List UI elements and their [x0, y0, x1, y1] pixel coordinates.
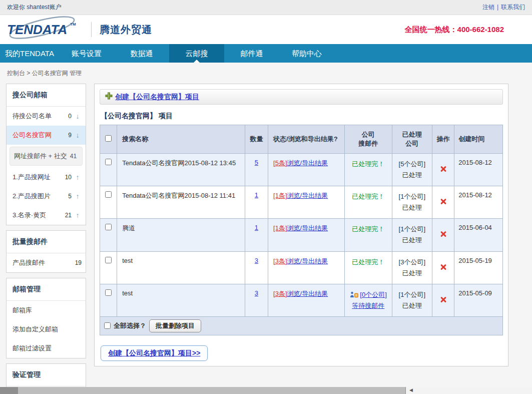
svg-text:TM: TM — [70, 22, 76, 27]
logout-link[interactable]: 注销 — [482, 4, 494, 11]
quantity-link[interactable]: 5 — [255, 159, 258, 166]
select-all-checkbox[interactable] — [104, 322, 111, 329]
section-title: 【公司名搜官网】 项目 — [101, 112, 502, 121]
row-checkbox[interactable] — [105, 257, 112, 263]
create-project-button[interactable]: 创建【公司名搜官网】项目>> — [101, 345, 208, 361]
sidebar-section-batch-mail-search: 批量搜邮件 产品搜邮件 19 — [6, 230, 86, 273]
plus-icon — [105, 92, 113, 102]
tab-data-link[interactable]: 数据通 — [114, 44, 169, 63]
delete-icon[interactable] — [440, 263, 447, 270]
col-header-processed-company: 已处理 公司 — [392, 125, 432, 154]
sidebar-item-product-image-search[interactable]: 2.产品搜图片 5 ↑ — [7, 187, 86, 206]
row-checkbox[interactable] — [105, 191, 112, 198]
sidebar-item-product-mail-search[interactable]: 产品搜邮件 19 — [7, 253, 86, 272]
created-date: 2015-05-09 — [454, 284, 503, 316]
sidebar-item-add-custom-mailbox[interactable]: 添加自定义邮箱 — [7, 320, 86, 339]
sidebar-item-company-name-search[interactable]: 公司名搜官网 9 ↓ — [7, 126, 86, 145]
table-row: test 3 [3条]浏览/导出结果 — [100, 284, 503, 316]
col-header-operation: 操作 — [432, 125, 454, 154]
col-header-company-mail: 公司 搜邮件 — [345, 125, 392, 154]
scrollbar-thumb[interactable] — [0, 387, 405, 394]
tab-my-tendata[interactable]: 我的TENDATA — [0, 44, 59, 63]
hotline-text: 全国统一热线：400-662-1082 — [405, 25, 504, 35]
create-project-bar: 创建【公司名搜官网】项目 — [100, 89, 503, 105]
result-count-link[interactable]: [1条] — [273, 224, 287, 232]
mail-status-done: 已处理完！ — [352, 160, 384, 168]
brand-name: 腾道外贸通 — [100, 23, 152, 37]
created-date: 2015-08-12 — [454, 186, 503, 219]
created-date: 2015-08-12 — [454, 154, 503, 186]
table-row: test 3 [3条]浏览/导出结果 已处理完！ [3个公司] 已处理 2015… — [100, 251, 503, 284]
col-header-status: 状态/浏览和导出结果? — [268, 125, 345, 154]
sidebar-item-url-search-social[interactable]: 网址搜邮件 + 社交 41 — [10, 147, 83, 166]
top-utility-bar: 欢迎你 shantest账户 注销|联系我们 — [0, 0, 532, 15]
result-count-link[interactable]: [3条] — [273, 290, 287, 297]
created-date: 2015-06-04 — [454, 219, 503, 251]
mail-status-done: 已处理完！ — [352, 225, 384, 233]
sidebar-item-mailbox-library[interactable]: 邮箱库 — [7, 301, 86, 320]
breadcrumb: 控制台 > 公司名搜官网 管理 — [0, 63, 532, 83]
arrow-down-icon: ↓ — [74, 131, 82, 139]
row-checkbox[interactable] — [105, 224, 112, 230]
delete-icon[interactable] — [440, 296, 447, 303]
scroll-left-icon[interactable]: ◀ — [409, 387, 413, 392]
project-name: Tendata公司名搜官网2015-08-12 13:45 — [117, 154, 245, 186]
sidebar-section-title: 批量搜邮件 — [7, 231, 86, 253]
delete-icon[interactable] — [440, 198, 447, 205]
row-checkbox[interactable] — [105, 159, 112, 165]
processed-count: [3个公司] — [399, 258, 425, 266]
sidebar-item-product-url-search[interactable]: 1.产品搜网址 10 ↑ — [7, 168, 86, 187]
header-select-checkbox[interactable] — [105, 135, 112, 142]
processed-count: [1个公司] — [399, 193, 425, 200]
tab-mail-link[interactable]: 邮件通 — [224, 44, 279, 63]
arrow-up-icon: ↑ — [74, 192, 82, 200]
sidebar-section-search-company-mail: 搜公司邮箱 待搜公司名单 0 ↓ 公司名搜官网 9 ↓ 网址搜邮件 + 社交 4… — [6, 84, 86, 225]
project-name: test — [117, 284, 245, 316]
arrow-up-icon: ↑ — [74, 211, 82, 219]
brand-header: TENDATA TM 腾道外贸通 全国统一热线：400-662-1082 — [0, 15, 532, 44]
batch-delete-button[interactable]: 批量删除项目 — [149, 319, 201, 332]
main-panel: 创建【公司名搜官网】项目 【公司名搜官网】 项目 搜索名称 数量 状态/浏览和导… — [94, 84, 508, 366]
browse-export-link[interactable]: 浏览/导出结果 — [287, 290, 328, 297]
contact-us-link[interactable]: 联系我们 — [501, 4, 525, 11]
tab-cloud-mail-search[interactable]: 云邮搜 — [169, 44, 224, 63]
logo-divider — [91, 22, 92, 37]
quantity-link[interactable]: 1 — [255, 224, 258, 231]
tab-account-settings[interactable]: 账号设置 — [59, 44, 114, 63]
select-all-label: 全部选择？ — [114, 321, 146, 330]
result-count-link[interactable]: [1条] — [273, 192, 287, 199]
quantity-link[interactable]: 3 — [255, 257, 258, 264]
browse-export-link[interactable]: 浏览/导出结果 — [287, 257, 328, 265]
browse-export-link[interactable]: 浏览/导出结果 — [287, 192, 328, 199]
mail-status-done: 已处理完！ — [352, 193, 384, 200]
delete-icon[interactable] — [440, 231, 447, 238]
sidebar: 搜公司邮箱 待搜公司名单 0 ↓ 公司名搜官网 9 ↓ 网址搜邮件 + 社交 4… — [6, 84, 86, 394]
browse-export-link[interactable]: 浏览/导出结果 — [287, 159, 328, 167]
result-count-link[interactable]: [5条] — [273, 159, 287, 167]
waiting-search-mail-link[interactable]: 等待搜邮件 — [352, 302, 384, 309]
people-icon — [350, 291, 360, 298]
delete-icon[interactable] — [440, 166, 447, 173]
col-header-name: 搜索名称 — [117, 125, 245, 154]
create-project-link[interactable]: 创建【公司名搜官网】项目 — [115, 93, 199, 102]
horizontal-scrollbar[interactable]: ◀ — [0, 387, 532, 394]
sidebar-item-mail-filter-settings[interactable]: 邮箱过滤设置 — [7, 339, 86, 358]
waiting-count-link[interactable]: [0个公司] — [360, 291, 386, 298]
sidebar-item-directory-yellowpages[interactable]: 3.名录·黄页 21 ↑ — [7, 206, 86, 225]
scrollbar-thumb-cap — [0, 387, 18, 394]
sidebar-item-pending-company-list[interactable]: 待搜公司名单 0 ↓ — [7, 107, 86, 126]
mail-status-done: 已处理完！ — [352, 258, 384, 266]
quantity-link[interactable]: 1 — [255, 191, 258, 199]
result-count-link[interactable]: [3条] — [273, 257, 287, 265]
table-footer-row: 全部选择？ 批量删除项目 — [100, 316, 503, 335]
col-header-created: 创建时间 — [454, 125, 503, 154]
col-header-quantity: 数量 — [245, 125, 268, 154]
browse-export-link[interactable]: 浏览/导出结果 — [287, 224, 328, 232]
processed-count: [1个公司] — [399, 291, 425, 298]
quantity-link[interactable]: 3 — [255, 289, 258, 297]
tab-help-center[interactable]: 帮助中心 — [279, 44, 334, 63]
sidebar-section-mailbox-management: 邮箱管理 邮箱库 添加自定义邮箱 邮箱过滤设置 — [6, 278, 86, 358]
arrow-up-icon: ↑ — [74, 173, 82, 181]
row-checkbox[interactable] — [105, 289, 112, 296]
processed-count: [5个公司] — [399, 160, 425, 168]
